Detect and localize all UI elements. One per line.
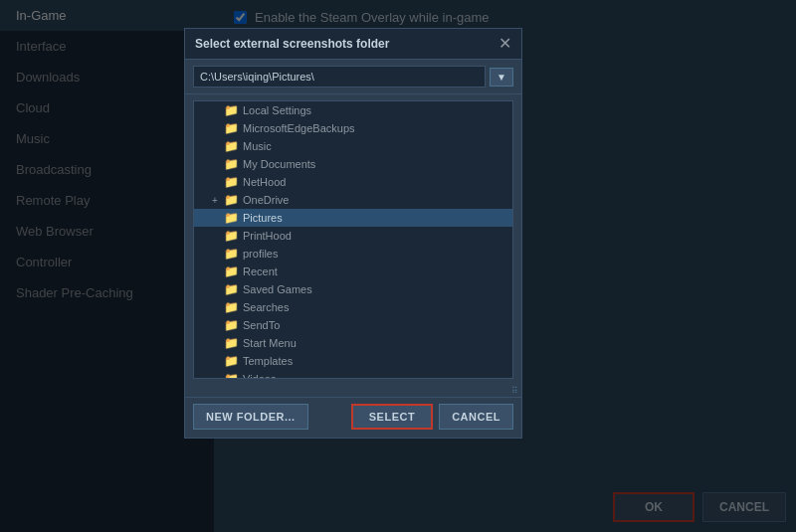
dialog-close-button[interactable]: ✕ xyxy=(498,36,511,52)
folder-icon: 📁 xyxy=(224,229,239,243)
tree-item-label: Recent xyxy=(243,266,278,277)
tree-item[interactable]: 📁profiles xyxy=(194,245,512,263)
tree-item[interactable]: 📁Searches xyxy=(194,298,512,316)
dialog-path-row: ▼ xyxy=(185,60,521,94)
dialog-resize-handle: ⠿ xyxy=(185,385,521,397)
tree-item-label: MicrosoftEdgeBackups xyxy=(243,122,355,134)
folder-icon: 📁 xyxy=(224,265,239,278)
tree-item-label: Searches xyxy=(243,301,289,313)
dialog-titlebar: Select external screenshots folder ✕ xyxy=(185,29,521,60)
tree-item[interactable]: 📁Start Menu xyxy=(194,334,512,352)
folder-icon: 📁 xyxy=(224,372,239,379)
tree-item[interactable]: 📁Templates xyxy=(194,352,512,370)
folder-icon: 📁 xyxy=(224,103,239,117)
folder-icon: 📁 xyxy=(224,157,239,171)
folder-icon: 📁 xyxy=(224,300,239,314)
tree-item-label: Local Settings xyxy=(243,104,311,116)
folder-icon: 📁 xyxy=(224,139,239,153)
dialog-path-input[interactable] xyxy=(193,66,486,88)
dialog-cancel-button[interactable]: CANCEL xyxy=(439,404,513,430)
folder-icon: 📁 xyxy=(224,318,239,332)
tree-item[interactable]: 📁NetHood xyxy=(194,173,512,191)
tree-item-label: Pictures xyxy=(243,212,283,224)
tree-item[interactable]: +📁OneDrive xyxy=(194,191,512,209)
folder-icon: 📁 xyxy=(224,336,239,350)
tree-item[interactable]: 📁Recent xyxy=(194,263,512,280)
folder-icon: 📁 xyxy=(224,282,239,296)
tree-item-label: My Documents xyxy=(243,158,315,170)
tree-item[interactable]: 📁My Documents xyxy=(194,155,512,173)
folder-tree[interactable]: 📁Local Settings 📁MicrosoftEdgeBackups 📁M… xyxy=(193,100,513,379)
dialog-path-arrow-button[interactable]: ▼ xyxy=(490,68,513,87)
tree-item-label: Templates xyxy=(243,355,293,367)
tree-item-label: Saved Games xyxy=(243,283,312,295)
tree-item-label: Music xyxy=(243,140,272,152)
tree-item-label: Videos xyxy=(243,373,276,379)
expand-icon: + xyxy=(210,195,220,206)
tree-item-label: PrintHood xyxy=(243,230,292,242)
tree-item-label: SendTo xyxy=(243,319,280,331)
tree-item-label: Start Menu xyxy=(243,337,297,349)
tree-item[interactable]: 📁Videos xyxy=(194,370,512,379)
folder-icon: 📁 xyxy=(224,211,239,225)
dialog-action-buttons: SELECT CANCEL xyxy=(351,404,513,430)
dialog-title: Select external screenshots folder xyxy=(195,37,389,51)
tree-item[interactable]: 📁Saved Games xyxy=(194,280,512,298)
tree-item-label: NetHood xyxy=(243,176,286,188)
tree-item[interactable]: 📁SendTo xyxy=(194,316,512,334)
new-folder-button[interactable]: NEW FOLDER... xyxy=(193,404,308,430)
folder-icon: 📁 xyxy=(224,247,239,261)
tree-item-label: OneDrive xyxy=(243,194,289,206)
tree-item[interactable]: 📁MicrosoftEdgeBackups xyxy=(194,119,512,137)
folder-icon: 📁 xyxy=(224,121,239,135)
tree-item[interactable]: 📁Pictures xyxy=(194,209,512,227)
dialog-footer: NEW FOLDER... SELECT CANCEL xyxy=(185,397,521,438)
tree-item[interactable]: 📁Music xyxy=(194,137,512,155)
select-button[interactable]: SELECT xyxy=(351,404,433,430)
folder-icon: 📁 xyxy=(224,175,239,189)
folder-select-dialog: Select external screenshots folder ✕ ▼ 📁… xyxy=(184,28,522,439)
tree-item[interactable]: 📁Local Settings xyxy=(194,101,512,119)
folder-icon: 📁 xyxy=(224,354,239,368)
tree-item-label: profiles xyxy=(243,248,278,260)
folder-icon: 📁 xyxy=(224,193,239,207)
tree-item[interactable]: 📁PrintHood xyxy=(194,227,512,245)
